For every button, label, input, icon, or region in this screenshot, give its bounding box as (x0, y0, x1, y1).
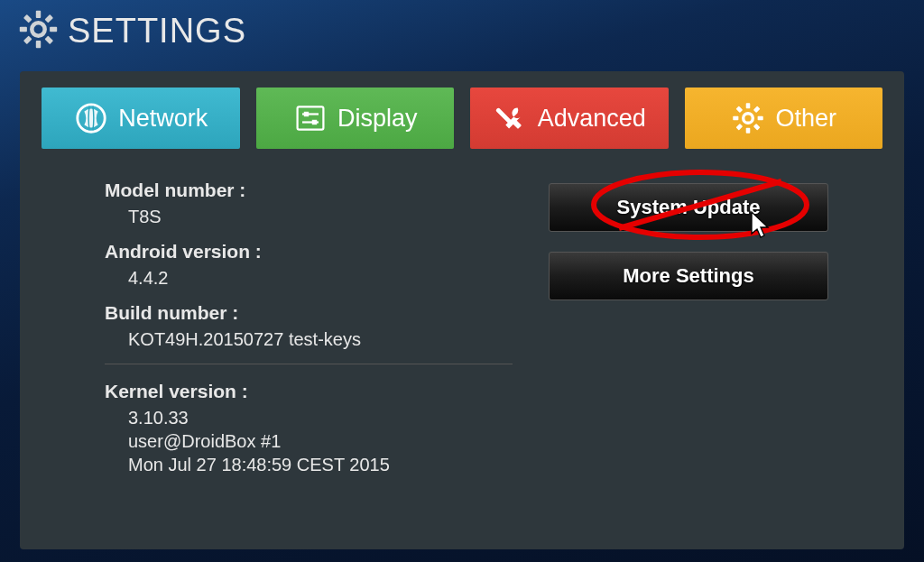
svg-rect-14 (312, 120, 317, 124)
svg-rect-18 (746, 103, 751, 108)
svg-rect-22 (753, 106, 761, 114)
sliders-icon (292, 100, 328, 136)
settings-gear-icon (18, 9, 59, 53)
svg-point-17 (744, 114, 753, 124)
page-title: SETTINGS (68, 12, 246, 51)
tools-icon (493, 100, 529, 136)
svg-rect-5 (45, 14, 54, 23)
tab-bar: Network Display (42, 88, 882, 149)
svg-rect-2 (36, 41, 41, 48)
svg-rect-8 (45, 36, 54, 45)
svg-rect-7 (23, 14, 32, 23)
system-update-button[interactable]: System Update (549, 183, 828, 232)
svg-rect-24 (736, 106, 744, 114)
divider (105, 364, 513, 364)
more-settings-button[interactable]: More Settings (549, 252, 828, 300)
svg-rect-25 (753, 124, 761, 131)
svg-rect-15 (495, 107, 512, 124)
tab-network[interactable]: Network (42, 88, 240, 149)
tab-other[interactable]: Other (685, 88, 883, 149)
svg-rect-21 (758, 116, 763, 121)
android-version-row: Android version : 4.4.2 (105, 241, 513, 290)
tab-display-label: Display (337, 105, 418, 133)
build-number-label: Build number : (105, 302, 513, 324)
android-version-value: 4.4.2 (105, 266, 513, 290)
build-number-value: KOT49H.20150727 test-keys (105, 327, 513, 351)
svg-rect-19 (746, 128, 751, 134)
model-number-label: Model number : (105, 180, 513, 201)
kernel-version-label: Kernel version : (105, 381, 513, 402)
svg-rect-3 (20, 27, 27, 32)
model-number-value: T8S (105, 205, 513, 228)
svg-rect-23 (736, 124, 744, 131)
main-panel: Network Display (20, 71, 904, 549)
gear-icon (730, 100, 766, 136)
svg-point-0 (32, 23, 44, 35)
content-area: Model number : T8S Android version : 4.4… (42, 170, 882, 489)
svg-rect-10 (298, 106, 324, 129)
svg-rect-12 (304, 112, 309, 116)
svg-rect-4 (50, 27, 57, 32)
svg-rect-1 (36, 11, 41, 18)
tab-other-label: Other (775, 105, 836, 133)
tab-advanced-label: Advanced (538, 105, 646, 133)
svg-rect-20 (734, 116, 739, 121)
tab-display[interactable]: Display (256, 88, 455, 149)
kernel-version-row: Kernel version : 3.10.33 user@DroidBox #… (105, 381, 513, 476)
globe-icon (73, 100, 109, 136)
android-version-label: Android version : (105, 241, 513, 263)
svg-rect-6 (23, 36, 32, 45)
tab-network-label: Network (118, 105, 208, 133)
build-number-row: Build number : KOT49H.20150727 test-keys (105, 302, 513, 351)
kernel-version-value: 3.10.33 user@DroidBox #1 Mon Jul 27 18:4… (105, 406, 513, 476)
action-buttons-column: System Update More Settings (549, 180, 828, 489)
tab-advanced[interactable]: Advanced (470, 88, 669, 149)
model-number-row: Model number : T8S (105, 180, 513, 228)
device-info-column: Model number : T8S Android version : 4.4… (105, 180, 513, 489)
header-bar: SETTINGS (0, 0, 924, 62)
